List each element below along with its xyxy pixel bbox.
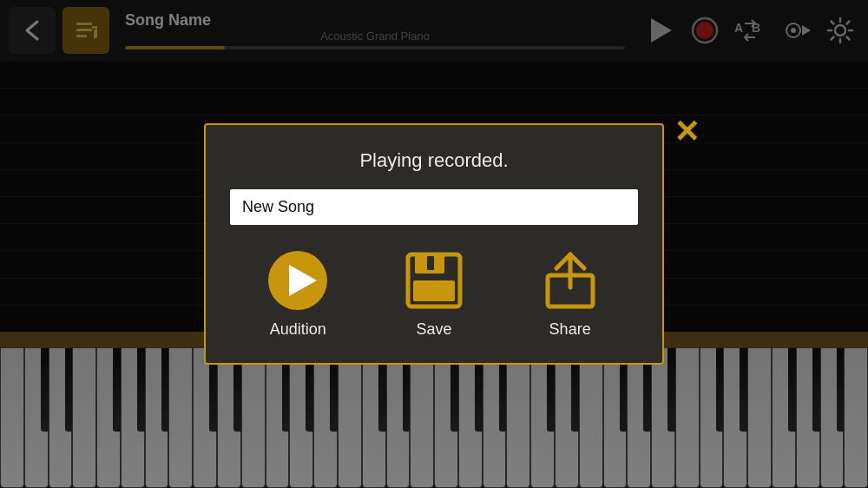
svg-rect-17	[427, 256, 434, 270]
audition-button[interactable]: Audition	[266, 249, 329, 339]
dialog-title: Playing recorded.	[230, 149, 638, 172]
svg-rect-18	[413, 280, 455, 301]
share-icon	[539, 249, 602, 312]
save-button[interactable]: Save	[403, 249, 465, 339]
share-label: Share	[549, 320, 591, 339]
save-label: Save	[416, 320, 451, 339]
dialog-actions: Audition Save	[230, 249, 638, 339]
audition-icon	[266, 249, 329, 312]
recording-dialog: ✕ Playing recorded. Audition	[204, 123, 664, 365]
audition-label: Audition	[270, 320, 326, 339]
dialog-overlay: ✕ Playing recorded. Audition	[0, 0, 868, 488]
song-name-input[interactable]	[230, 189, 638, 225]
share-button[interactable]: Share	[539, 249, 602, 339]
close-button[interactable]: ✕	[667, 113, 706, 151]
close-icon: ✕	[674, 116, 700, 148]
save-icon	[403, 249, 465, 312]
